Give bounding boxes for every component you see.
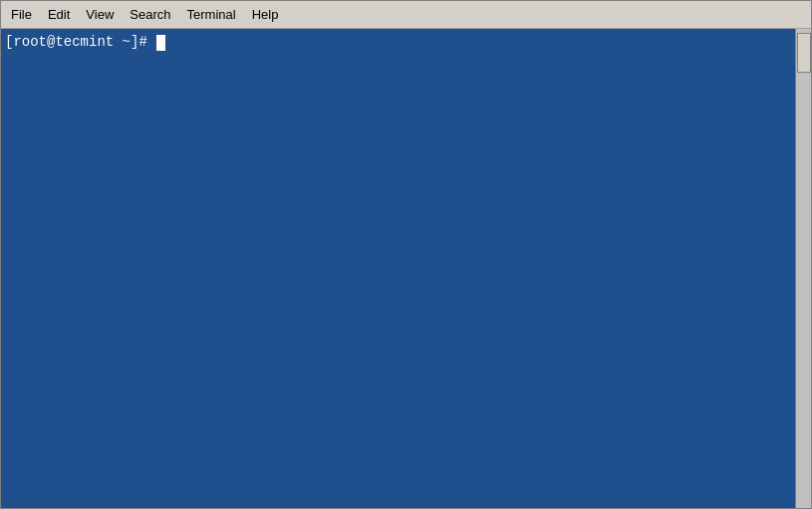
menu-view[interactable]: View — [78, 4, 122, 26]
menu-help[interactable]: Help — [244, 4, 287, 26]
menu-search[interactable]: Search — [122, 4, 178, 26]
prompt-text: [root@tecmint ~]# — [5, 33, 155, 53]
terminal-window: File Edit View Search Terminal Help [roo… — [0, 0, 812, 509]
terminal-cursor — [156, 35, 165, 51]
scrollbar-thumb[interactable] — [797, 33, 811, 73]
scrollbar[interactable] — [795, 29, 811, 508]
menu-edit[interactable]: Edit — [40, 4, 78, 26]
terminal-body[interactable]: [root@tecmint ~]# — [1, 29, 811, 508]
menu-file[interactable]: File — [3, 4, 40, 26]
menubar: File Edit View Search Terminal Help — [1, 1, 811, 29]
terminal-prompt-line: [root@tecmint ~]# — [5, 33, 807, 53]
menu-terminal[interactable]: Terminal — [179, 4, 244, 26]
